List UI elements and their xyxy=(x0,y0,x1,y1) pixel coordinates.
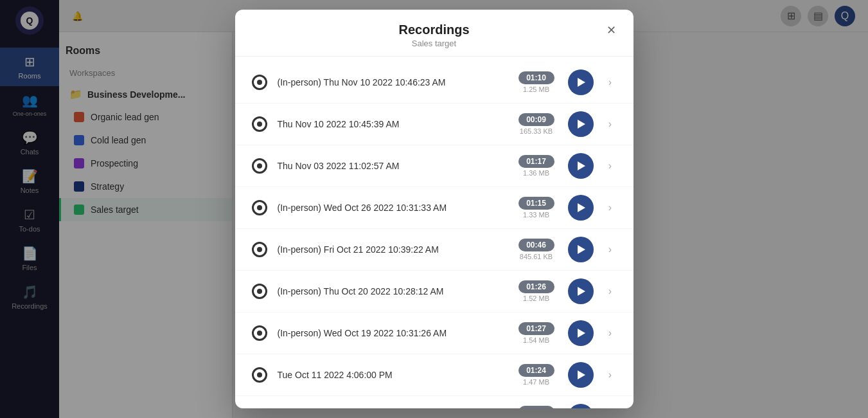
recording-size: 1.54 MB xyxy=(523,336,549,344)
recording-name: (In-person) Thu Nov 10 2022 10:46:23 AM xyxy=(278,77,505,87)
rec-circle xyxy=(252,75,267,90)
recording-duration: 01:26 xyxy=(518,280,554,293)
recording-name: (In-person) Fri Oct 21 2022 10:39:22 AM xyxy=(278,244,505,255)
rec-circle xyxy=(252,284,267,299)
rec-circle-inner xyxy=(257,247,262,252)
play-triangle-icon xyxy=(578,203,585,212)
recording-row: (In-person) Thu Nov 10 2022 10:46:23 AM … xyxy=(235,62,633,104)
rec-circle-inner xyxy=(257,122,262,127)
recording-meta: 57:44 3.49 MB xyxy=(514,406,559,408)
rec-circle-inner xyxy=(257,372,262,377)
recording-size: 1.33 MB xyxy=(523,211,549,219)
recording-meta: 01:17 1.36 MB xyxy=(514,155,559,177)
recording-size: 1.36 MB xyxy=(523,169,549,177)
recording-size: 1.47 MB xyxy=(523,378,549,386)
play-button[interactable] xyxy=(568,278,594,304)
recording-size: 1.52 MB xyxy=(523,295,549,302)
rec-circle xyxy=(252,158,267,174)
recording-row: (In-person) Fri Oct 21 2022 10:39:22 AM … xyxy=(235,229,633,271)
recording-row: (In-person) Thu Oct 20 2022 10:28:12 AM … xyxy=(235,271,633,313)
recording-row: Thu Nov 10 2022 10:45:39 AM 00:09 165.33… xyxy=(235,104,633,145)
recording-row: Thu Nov 03 2022 11:02:57 AM 01:17 1.36 M… xyxy=(235,145,633,187)
expand-chevron[interactable]: › xyxy=(603,325,618,341)
recording-duration: 01:17 xyxy=(518,155,554,168)
play-triangle-icon xyxy=(578,78,585,87)
play-triangle-icon xyxy=(578,329,585,338)
rec-circle-inner xyxy=(257,331,262,336)
play-button[interactable] xyxy=(568,320,594,346)
recording-icon xyxy=(251,324,269,342)
recording-duration: 57:44 xyxy=(518,406,554,408)
play-triangle-icon xyxy=(578,287,585,296)
rec-circle xyxy=(252,367,267,383)
recording-meta: 00:46 845.61 KB xyxy=(514,239,559,260)
expand-chevron[interactable]: › xyxy=(603,158,618,174)
modal-subtitle: Sales target xyxy=(251,39,618,48)
recording-duration: 01:15 xyxy=(518,197,554,210)
recording-meta: 01:26 1.52 MB xyxy=(514,280,559,302)
expand-chevron[interactable]: › xyxy=(603,200,618,215)
recording-row: (In-person) Wed Oct 19 2022 10:31:26 AM … xyxy=(235,313,633,354)
play-button[interactable] xyxy=(568,362,594,388)
recording-icon xyxy=(251,366,269,384)
recordings-modal: Recordings Sales target ✕ (In-person) Th… xyxy=(235,10,633,408)
recording-icon xyxy=(251,157,269,175)
recording-size: 845.61 KB xyxy=(520,253,553,260)
rec-circle-inner xyxy=(257,205,262,210)
expand-chevron[interactable]: › xyxy=(603,284,618,299)
recording-icon xyxy=(251,199,269,217)
rec-circle xyxy=(252,116,267,132)
recording-name: (In-person) Thu Oct 20 2022 10:28:12 AM xyxy=(278,286,505,296)
rec-circle xyxy=(252,242,267,257)
recording-name: Tue Oct 11 2022 4:06:00 PM xyxy=(278,370,505,380)
recording-meta: 01:24 1.47 MB xyxy=(514,364,559,386)
rec-circle-inner xyxy=(257,80,262,85)
recording-meta: 01:27 1.54 MB xyxy=(514,322,559,344)
play-button[interactable] xyxy=(568,404,594,408)
play-triangle-icon xyxy=(578,120,585,129)
modal-overlay[interactable]: Recordings Sales target ✕ (In-person) Th… xyxy=(0,0,868,418)
recording-name: Thu Nov 10 2022 10:45:39 AM xyxy=(278,119,505,129)
rec-circle xyxy=(252,325,267,341)
rec-circle xyxy=(252,200,267,215)
modal-body: (In-person) Thu Nov 10 2022 10:46:23 AM … xyxy=(235,57,633,408)
recording-size: 1.25 MB xyxy=(523,86,549,93)
recording-duration: 01:24 xyxy=(518,364,554,377)
recording-duration: 01:10 xyxy=(518,71,554,84)
play-button[interactable] xyxy=(568,195,594,221)
expand-chevron[interactable]: › xyxy=(603,75,618,90)
modal-close-button[interactable]: ✕ xyxy=(603,21,621,39)
expand-chevron[interactable]: › xyxy=(603,367,618,383)
recording-name: (In-person) Wed Oct 19 2022 10:31:26 AM xyxy=(278,328,505,338)
recording-icon xyxy=(251,115,269,133)
recording-name: Thu Nov 03 2022 11:02:57 AM xyxy=(278,161,505,171)
play-triangle-icon xyxy=(578,245,585,254)
recording-size: 165.33 KB xyxy=(520,127,553,135)
recording-row: (In-person) Wed Oct 26 2022 10:31:33 AM … xyxy=(235,187,633,229)
play-triangle-icon xyxy=(578,370,585,379)
recording-icon xyxy=(251,241,269,259)
play-button[interactable] xyxy=(568,237,594,262)
recording-duration: 01:27 xyxy=(518,322,554,335)
play-button[interactable] xyxy=(568,69,594,95)
play-button[interactable] xyxy=(568,111,594,137)
recording-meta: 00:09 165.33 KB xyxy=(514,113,559,135)
recording-row: Tue Oct 11 2022 4:06:00 PM 01:24 1.47 MB… xyxy=(235,354,633,396)
recording-duration: 00:46 xyxy=(518,239,554,251)
modal-title: Recordings xyxy=(251,23,618,37)
recording-row: Wed Sep 28 2022 2:51:36 PM 57:44 3.49 MB… xyxy=(235,396,633,408)
modal-header: Recordings Sales target ✕ xyxy=(235,10,633,57)
recording-icon xyxy=(251,282,269,300)
play-triangle-icon xyxy=(578,161,585,170)
recording-icon xyxy=(251,73,269,91)
recording-icon xyxy=(251,408,269,408)
rec-circle-inner xyxy=(257,163,262,168)
rec-circle-inner xyxy=(257,289,262,294)
recording-meta: 01:10 1.25 MB xyxy=(514,71,559,93)
recording-name: (In-person) Wed Oct 26 2022 10:31:33 AM xyxy=(278,203,505,213)
expand-chevron[interactable]: › xyxy=(603,242,618,257)
recording-duration: 00:09 xyxy=(518,113,554,126)
play-button[interactable] xyxy=(568,153,594,179)
recording-meta: 01:15 1.33 MB xyxy=(514,197,559,219)
expand-chevron[interactable]: › xyxy=(603,116,618,132)
